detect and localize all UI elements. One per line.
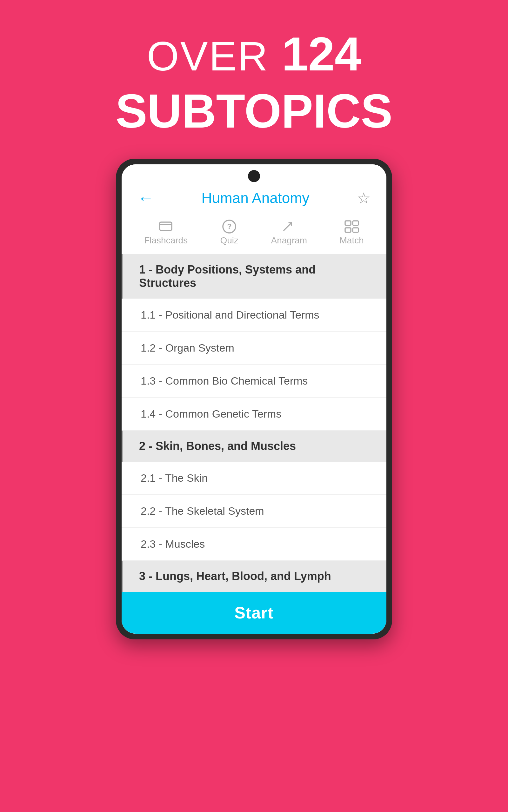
list-item[interactable]: 2.3 - Muscles (122, 528, 386, 561)
tab-match[interactable]: Match (333, 216, 370, 247)
back-button[interactable]: ← (137, 189, 154, 207)
hero-section: OVER 124 SUBTOPICS (116, 26, 392, 140)
item-2-2: 2.2 - The Skeletal System (141, 505, 264, 517)
tab-flashcards[interactable]: Flashcards (138, 216, 194, 247)
start-button[interactable]: Start (122, 592, 386, 634)
hero-line2: SUBTOPICS (116, 83, 392, 140)
content-list: 1 - Body Positions, Systems and Structur… (122, 254, 386, 634)
svg-text:?: ? (227, 222, 232, 231)
section-1-title: 1 - Body Positions, Systems and Structur… (139, 263, 315, 289)
section-header-1[interactable]: 1 - Body Positions, Systems and Structur… (122, 254, 386, 299)
section-header-3[interactable]: 3 - Lungs, Heart, Blood, and Lymph (122, 561, 386, 592)
page-title: Human Anatomy (201, 189, 309, 206)
svg-rect-8 (353, 221, 358, 225)
favorite-button[interactable]: ☆ (357, 189, 371, 207)
section-2-title: 2 - Skin, Bones, and Muscles (139, 439, 296, 452)
hero-number: 124 (282, 27, 361, 81)
tab-quiz-label: Quiz (220, 235, 239, 246)
tab-match-label: Match (340, 235, 364, 246)
item-1-1: 1.1 - Positional and Directional Terms (141, 309, 320, 321)
tab-quiz[interactable]: ? Quiz (214, 216, 245, 247)
item-1-4: 1.4 - Common Genetic Terms (141, 408, 281, 420)
svg-rect-0 (160, 222, 172, 230)
tab-bar: Flashcards ? Quiz Anagram (122, 212, 386, 254)
svg-rect-9 (345, 228, 351, 232)
item-2-3: 2.3 - Muscles (141, 538, 205, 550)
match-icon (343, 218, 361, 235)
tab-anagram-label: Anagram (271, 235, 307, 246)
app-header: ← Human Anatomy ☆ (122, 185, 386, 212)
camera-notch (122, 164, 386, 185)
list-item[interactable]: 1.3 - Common Bio Chemical Terms (122, 365, 386, 397)
svg-rect-10 (353, 228, 358, 232)
camera-dot (248, 170, 260, 182)
section-header-2[interactable]: 2 - Skin, Bones, and Muscles (122, 431, 386, 462)
phone-screen: ← Human Anatomy ☆ Flashcards ? Quiz (122, 164, 386, 634)
anagram-icon (280, 218, 298, 235)
phone-device: ← Human Anatomy ☆ Flashcards ? Quiz (116, 159, 392, 639)
svg-rect-7 (345, 221, 351, 225)
item-2-1: 2.1 - The Skin (141, 472, 208, 484)
list-item[interactable]: 1.4 - Common Genetic Terms (122, 397, 386, 431)
section-3-title: 3 - Lungs, Heart, Blood, and Lymph (139, 570, 331, 583)
list-item[interactable]: 2.1 - The Skin (122, 462, 386, 495)
list-item[interactable]: 1.1 - Positional and Directional Terms (122, 299, 386, 332)
svg-line-4 (284, 223, 292, 230)
list-item[interactable]: 2.2 - The Skeletal System (122, 495, 386, 528)
item-1-2: 1.2 - Organ System (141, 342, 234, 354)
hero-line1: OVER (147, 33, 282, 79)
tab-anagram[interactable]: Anagram (264, 216, 313, 247)
item-1-3: 1.3 - Common Bio Chemical Terms (141, 375, 308, 387)
list-item[interactable]: 1.2 - Organ System (122, 332, 386, 365)
tab-flashcards-label: Flashcards (144, 235, 187, 246)
quiz-icon: ? (220, 218, 238, 235)
flashcards-icon (157, 218, 175, 235)
